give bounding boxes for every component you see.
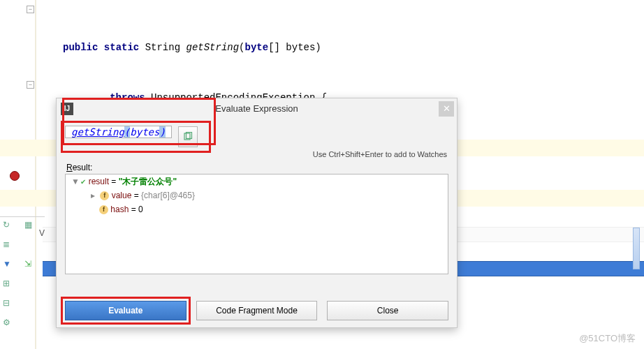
result-label: Result:	[57, 161, 457, 174]
evaluate-button[interactable]: Evaluate	[65, 301, 186, 320]
keyword: static	[104, 42, 139, 53]
expand-icon[interactable]: ⊞	[3, 279, 17, 292]
debug-toolbar: ↻ ▦ ≣ ▼ ⇲ ⊞ ⊟ ⚙	[0, 216, 45, 349]
dialog-buttons: Evaluate Code Fragment Mode Close	[57, 301, 457, 320]
field-value: 0	[138, 205, 143, 214]
copy-icon	[183, 132, 193, 142]
field-icon: f	[100, 191, 109, 200]
eq: =	[109, 177, 119, 186]
dialog-title-text: Evaluate Expression	[215, 103, 298, 114]
code-fragment-button[interactable]: Code Fragment Mode	[196, 301, 318, 320]
result-tree[interactable]: ▼ ✔ result = "木子雷公众号" ▸ f value = {char[…	[65, 174, 448, 274]
keyword: byte	[245, 42, 269, 53]
expr-part: getString	[71, 126, 124, 138]
eq: =	[129, 205, 138, 214]
method-name: getString	[186, 42, 239, 53]
type: String	[145, 42, 180, 53]
expand-arrow-icon[interactable]: ▼	[71, 174, 78, 188]
result-name: result	[89, 177, 109, 186]
tree-node[interactable]: ▸ f value = {char[6]@465}	[66, 188, 448, 202]
expr-part: bytes	[130, 126, 159, 138]
field-icon: f	[99, 205, 108, 214]
layout-icon[interactable]: ▦	[24, 220, 38, 234]
filter-icon[interactable]: ▼	[3, 259, 17, 273]
eq: =	[131, 191, 141, 200]
field-name: hash	[110, 205, 129, 214]
tree-root[interactable]: ▼ ✔ result = "木子雷公众号"	[66, 174, 448, 188]
close-icon[interactable]: ✕	[439, 101, 454, 117]
string-value: "木子雷公众号"	[119, 177, 177, 186]
code-text: [] bytes)	[268, 42, 321, 53]
field-name: value	[112, 191, 132, 200]
watermark: @51CTO博客	[579, 332, 636, 345]
settings-icon[interactable]: ⚙	[3, 318, 17, 332]
shortcut-hint: Use Ctrl+Shift+Enter to add to Watches	[57, 147, 457, 161]
close-button[interactable]: Close	[327, 301, 448, 320]
check-icon: ✔	[80, 178, 86, 186]
keyword: public	[63, 42, 98, 53]
step-icon[interactable]: ⇲	[24, 259, 38, 273]
expand-arrow-icon[interactable]: ▸	[91, 188, 98, 202]
tree-node[interactable]: f hash = 0	[66, 202, 448, 216]
field-value: {char[6]@465}	[141, 191, 195, 200]
evaluate-expression-dialog: IJ Evaluate Expression ✕ getString(bytes…	[56, 98, 458, 328]
scrollbar-marker	[633, 228, 640, 269]
list-icon[interactable]: ≣	[3, 239, 17, 253]
dialog-titlebar[interactable]: IJ Evaluate Expression ✕	[57, 98, 457, 119]
variables-label: V	[39, 228, 45, 238]
rerun-icon[interactable]: ↻	[3, 220, 17, 234]
code-text: (	[239, 42, 244, 53]
history-button[interactable]	[178, 126, 198, 147]
collapse-icon[interactable]: ⊟	[3, 298, 17, 312]
expr-part: )	[159, 126, 165, 138]
expression-input[interactable]: getString(bytes)	[65, 126, 172, 138]
intellij-icon: IJ	[61, 103, 73, 115]
